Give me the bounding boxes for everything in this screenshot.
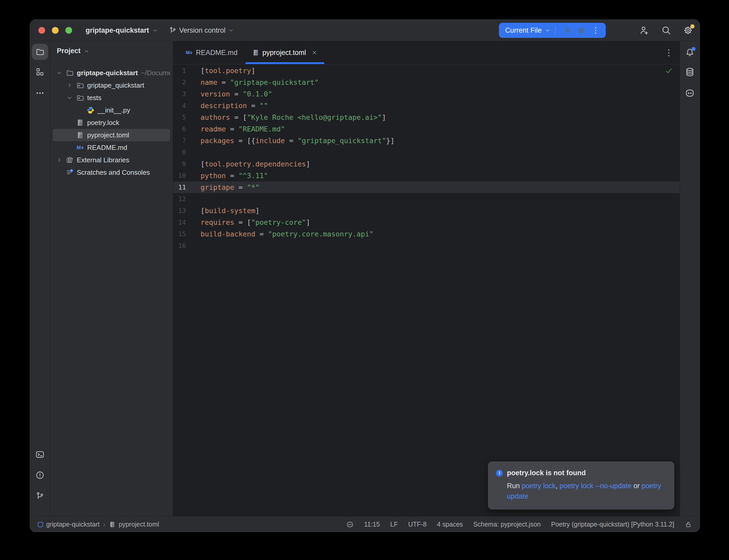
tree-item-poetry-lock[interactable]: [T] poetry.lock (53, 116, 170, 129)
more-tools-icon[interactable] (35, 88, 45, 98)
tab-readme-md[interactable]: M README.md (178, 41, 245, 64)
code-line-3[interactable]: 3 version = "0.1.0" (173, 88, 680, 100)
code-editor[interactable]: 1 [tool.poetry] 2 name = "griptape-quick… (173, 64, 680, 516)
code-line-6[interactable]: 6 readme = "README.md" (173, 123, 680, 135)
divider (555, 26, 556, 34)
project-tool-window-button[interactable] (32, 44, 48, 60)
breadcrumb: griptape-quickstart › [T] pyproject.toml (38, 521, 159, 528)
settings-badge (690, 24, 695, 29)
tab-options-kebab-icon[interactable]: ⋮ (665, 48, 673, 57)
vcs-label: Version control (179, 26, 226, 34)
breadcrumb-file[interactable]: pyproject.toml (119, 521, 159, 528)
toml-icon: [T] (76, 131, 84, 139)
copilot-icon[interactable] (685, 88, 695, 98)
folder-dot-icon (76, 81, 84, 89)
structure-tool-icon[interactable] (35, 67, 45, 76)
more-run-options-icon[interactable]: ⋮ (592, 26, 600, 34)
minimize-window-button[interactable] (52, 27, 59, 34)
tree-item-pyproject-toml[interactable]: [T] pyproject.toml (53, 129, 170, 141)
svg-text:[T]: [T] (79, 135, 83, 138)
code-line-12[interactable]: 12 (173, 193, 680, 205)
tree-item-init-py[interactable]: __init__.py (53, 104, 170, 116)
add-user-icon[interactable] (640, 25, 649, 35)
code-line-7[interactable]: 7 packages = [{include = "griptape_quick… (173, 135, 680, 146)
chevron-down-icon[interactable] (56, 70, 62, 76)
toml-icon: [T] (252, 49, 259, 56)
notifications-bell-icon[interactable] (685, 47, 695, 57)
git-branch-icon (169, 26, 177, 34)
tab-pyproject-toml[interactable]: [T] pyproject.toml (245, 41, 325, 64)
folder-icon (36, 47, 44, 56)
code-line-14[interactable]: 14 requires = ["poetry-core"] (173, 216, 680, 228)
code-line-9[interactable]: 9 [tool.poetry.dependencies] (173, 158, 680, 170)
status-widgets: 11:15LFUTF-84 spacesSchema: pyproject.js… (346, 521, 692, 528)
settings-gear-icon[interactable] (683, 25, 693, 35)
ide-window: griptape-quickstart Version control Curr… (30, 19, 700, 532)
code-line-8[interactable]: 8 (173, 146, 680, 158)
debug-icon[interactable] (577, 26, 586, 35)
tree-item-tests[interactable]: tests (53, 92, 170, 104)
unlock-icon[interactable] (685, 521, 692, 528)
problems-icon[interactable] (35, 471, 45, 480)
status-item-lf[interactable]: LF (390, 521, 398, 528)
tree-item-external-libraries[interactable]: External Libraries (53, 154, 170, 166)
tree-item-griptape-quickstart[interactable]: griptape-quickstart ~/Docume (53, 67, 170, 79)
chevron-right-icon[interactable] (66, 82, 73, 88)
line-number: 11 (173, 184, 189, 191)
tree-item-readme-md[interactable]: M README.md (53, 141, 170, 154)
status-item-schema-pyproject-json[interactable]: Schema: pyproject.json (473, 521, 541, 528)
run-configuration-selector[interactable]: Current File (505, 26, 551, 34)
run-icon[interactable] (563, 26, 572, 35)
right-tool-strip (680, 41, 700, 516)
breadcrumb-project[interactable]: griptape-quickstart (46, 521, 100, 528)
toml-file-icon: [T] (109, 521, 116, 528)
code-line-15[interactable]: 15 build-backend = "poetry.core.masonry.… (173, 228, 680, 240)
run-widget: Current File ⋮ (499, 23, 606, 38)
project-panel-header[interactable]: Project (57, 47, 89, 55)
breadcrumb-separator: › (103, 521, 105, 528)
line-number: 1 (173, 67, 189, 74)
status-item-4-spaces[interactable]: 4 spaces (437, 521, 463, 528)
notification-link-poetry-lock[interactable]: poetry lock (522, 482, 556, 490)
chevron-right-icon[interactable] (56, 157, 62, 163)
maximize-window-button[interactable] (65, 27, 72, 34)
line-number: 13 (173, 207, 189, 214)
status-item-poetry-griptape-quickstart-python-3-11-2[interactable]: Poetry (griptape-quickstart) [Python 3.1… (551, 521, 674, 528)
line-number: 12 (173, 195, 189, 203)
line-number: 16 (173, 242, 189, 249)
code-line-13[interactable]: 13 [build-system] (173, 205, 680, 216)
status-bar: griptape-quickstart › [T] pyproject.toml… (30, 516, 700, 532)
database-icon[interactable] (685, 67, 695, 77)
code-line-11[interactable]: 11 griptape = "*" (173, 181, 680, 193)
git-branch-icon[interactable] (35, 491, 45, 501)
project-switcher[interactable]: griptape-quickstart (86, 26, 158, 34)
svg-text:M: M (186, 50, 190, 55)
tree-item-griptape-quickstart[interactable]: griptape_quickstart (53, 79, 170, 92)
tree-item-label: README.md (87, 144, 127, 152)
project-panel: Project griptape-quickstart ~/Docume gri… (50, 41, 173, 516)
chevron-down-icon[interactable] (66, 95, 73, 101)
status-item-11-15[interactable]: 11:15 (364, 521, 380, 528)
close-tab-icon[interactable] (311, 50, 317, 56)
copilot-status-icon[interactable] (346, 521, 354, 528)
titlebar: griptape-quickstart Version control Curr… (30, 20, 700, 41)
code-line-16[interactable]: 16 (173, 240, 680, 251)
ext-lib-icon (66, 156, 74, 164)
vcs-widget[interactable]: Version control (169, 26, 234, 34)
search-icon[interactable] (661, 25, 671, 35)
code-line-2[interactable]: 2 name = "griptape-quickstart" (173, 76, 680, 88)
notification-link-poetry-lock-no-update[interactable]: poetry lock --no-update (560, 482, 632, 490)
code-line-5[interactable]: 5 authors = ["Kyle Roche <hello@griptape… (173, 111, 680, 123)
code-line-10[interactable]: 10 python = "^3.11" (173, 170, 680, 181)
project-tree: griptape-quickstart ~/Docume griptape_qu… (50, 67, 173, 179)
notification-title: poetry.lock is not found (507, 469, 586, 477)
tab-label: pyproject.toml (262, 49, 306, 57)
code-line-4[interactable]: 4 description = "" (173, 100, 680, 111)
terminal-icon[interactable] (35, 450, 45, 459)
tree-item-scratches-and-consoles[interactable]: Scratches and Consoles (53, 166, 170, 179)
status-item-utf-8[interactable]: UTF-8 (408, 521, 427, 528)
code-line-1[interactable]: 1 [tool.poetry] (173, 65, 680, 76)
inspection-ok-check-icon[interactable] (665, 66, 673, 75)
titlebar-icons (640, 25, 693, 35)
close-window-button[interactable] (38, 27, 45, 34)
